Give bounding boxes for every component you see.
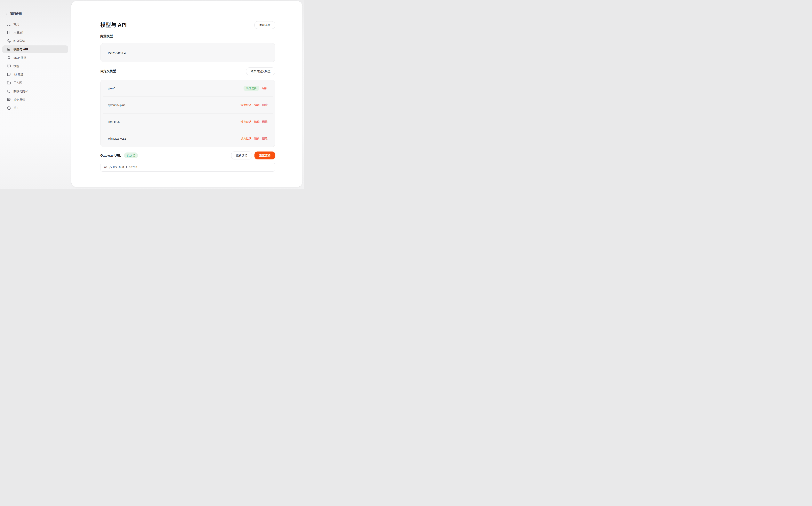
sidebar-item-feedback[interactable]: 提交反馈 — [2, 96, 68, 103]
edit-link[interactable]: 编辑 — [254, 137, 260, 141]
sidebar-item-skills[interactable]: 技能 — [2, 62, 68, 70]
folder-icon — [7, 81, 11, 85]
custom-models-list: glm-5 当前选择 编辑 qwen3.5-plus 设为默认 编辑 删除 — [100, 80, 275, 147]
current-selected-badge: 当前选择 — [243, 86, 259, 91]
main-panel: 模型与 API 重新连接 内置模型 Pony-Alpha-2 自定义模型 添加自… — [71, 1, 302, 187]
model-name: qwen3.5-plus — [108, 103, 125, 107]
sidebar-item-usage-stats[interactable]: 用量统计 — [2, 29, 68, 36]
cpu-icon — [7, 48, 11, 51]
delete-link[interactable]: 删除 — [262, 103, 268, 107]
model-name: glm-5 — [108, 87, 115, 90]
plug-icon — [7, 56, 11, 60]
edit-link[interactable]: 编辑 — [254, 103, 260, 107]
delete-link[interactable]: 删除 — [262, 137, 268, 141]
model-row: MiniMax-M2.5 设为默认 编辑 删除 — [100, 130, 275, 147]
sidebar-item-label: 工作区 — [13, 81, 22, 85]
bar-chart-icon — [7, 31, 11, 34]
info-icon — [7, 106, 11, 110]
sidebar-item-workspace[interactable]: 工作区 — [2, 79, 68, 87]
sidebar-menu: 通用 用量统计 积分详情 模型与 API MCP 服务 技能 — [0, 20, 71, 112]
set-default-link[interactable]: 设为默认 — [241, 120, 251, 123]
sidebar: 返回应用 通用 用量统计 积分详情 模型与 API MCP 服务 — [0, 0, 71, 189]
sidebar-item-models-api[interactable]: 模型与 API — [2, 46, 68, 53]
model-name: kimi-k2.5 — [108, 120, 120, 123]
gateway-reconnect-button[interactable]: 重新连接 — [231, 152, 252, 159]
model-row: kimi-k2.5 设为默认 编辑 删除 — [100, 113, 275, 130]
sidebar-item-data-privacy[interactable]: 数据与隐私 — [2, 87, 68, 95]
connected-status-badge: 已连接 — [124, 153, 138, 158]
set-default-link[interactable]: 设为默认 — [241, 103, 251, 107]
sidebar-item-label: MCP 服务 — [13, 56, 26, 60]
sidebar-item-general[interactable]: 通用 — [2, 20, 68, 28]
sidebar-item-credits[interactable]: 积分详情 — [2, 37, 68, 45]
sidebar-item-label: 数据与隐私 — [13, 89, 28, 93]
edit-link[interactable]: 编辑 — [254, 120, 260, 123]
add-custom-model-button[interactable]: 添加自定义模型 — [246, 68, 275, 75]
page-title: 模型与 API — [100, 21, 127, 28]
gateway-url-input[interactable] — [100, 163, 275, 172]
sidebar-item-label: 关于 — [13, 106, 19, 110]
arrow-left-icon — [5, 12, 8, 16]
sidebar-item-im-channels[interactable]: IM 频道 — [2, 71, 68, 78]
reconnect-button-top[interactable]: 重新连接 — [254, 21, 275, 29]
settings-window: 返回应用 通用 用量统计 积分详情 模型与 API MCP 服务 — [0, 0, 304, 189]
back-to-app-button[interactable]: 返回应用 — [5, 11, 71, 16]
builtin-models-label: 内置模型 — [100, 34, 275, 38]
builtin-model-name: Pony-Alpha-2 — [108, 51, 126, 54]
custom-models-label: 自定义模型 — [100, 69, 116, 73]
sidebar-item-label: IM 频道 — [13, 73, 23, 76]
gateway-url-label: Gateway URL — [100, 154, 121, 157]
feedback-plus-icon — [7, 98, 11, 102]
sidebar-item-label: 通用 — [13, 22, 19, 26]
sidebar-item-mcp[interactable]: MCP 服务 — [2, 54, 68, 62]
shield-icon — [7, 89, 11, 93]
sidebar-item-label: 提交反馈 — [13, 98, 25, 102]
book-open-icon — [7, 64, 11, 68]
model-name: MiniMax-M2.5 — [108, 137, 126, 140]
sidebar-item-label: 模型与 API — [13, 48, 28, 51]
builtin-model-card: Pony-Alpha-2 — [100, 43, 275, 62]
sidebar-item-label: 积分详情 — [13, 39, 25, 43]
pencil-icon — [7, 22, 11, 26]
sidebar-item-about[interactable]: 关于 — [2, 104, 68, 112]
delete-link[interactable]: 删除 — [262, 120, 268, 123]
model-row: glm-5 当前选择 编辑 — [100, 80, 275, 96]
model-row: qwen3.5-plus 设为默认 编辑 删除 — [100, 97, 275, 113]
sidebar-item-label: 技能 — [13, 64, 19, 68]
set-default-link[interactable]: 设为默认 — [241, 137, 251, 141]
edit-link[interactable]: 编辑 — [262, 87, 268, 90]
coins-icon — [7, 39, 11, 43]
back-to-app-label: 返回应用 — [10, 12, 22, 16]
sidebar-item-label: 用量统计 — [13, 31, 25, 34]
chat-bubble-icon — [7, 73, 11, 76]
gateway-reset-button[interactable]: 重置连接 — [254, 152, 275, 159]
